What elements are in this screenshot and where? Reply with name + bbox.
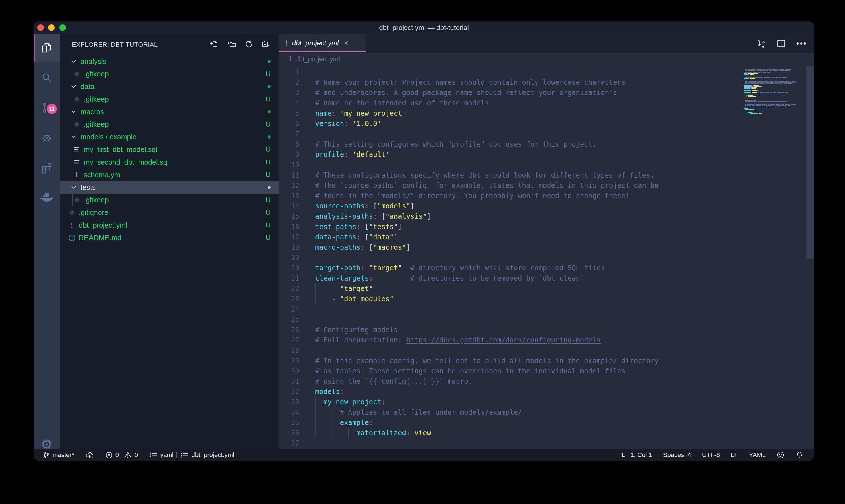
minimap-line [776,104,780,105]
minimap-line [751,92,751,93]
code-editor[interactable]: 1234567891011121314151617181920212223242… [279,65,814,449]
sidebar-item-docker[interactable] [34,184,59,212]
tree-item-label: data [80,83,94,91]
tree-item-tests[interactable]: tests [59,181,279,194]
minimap-line [748,73,758,74]
sidebar-item-debug[interactable] [34,124,59,152]
new-folder-icon[interactable] [227,39,236,49]
yml-file-icon: ! [72,170,81,179]
minimap-line [752,87,756,88]
minimap-line [747,96,747,97]
tree-item-label: my_second_dbt_model.sql [84,158,169,166]
tree-item--gitkeep[interactable]: .gitkeepU [59,194,279,206]
code-line-10 [315,160,659,170]
editor-scrollbar[interactable] [806,66,814,259]
feedback-smiley-icon[interactable] [776,451,785,459]
collapse-folders-icon[interactable] [261,39,271,49]
linter-status[interactable]: yaml | dbt_project.yml [149,451,234,459]
sidebar-item-explorer[interactable] [34,34,59,61]
code-content[interactable]: # Name your project! Project names shoul… [315,67,659,448]
code-line-31: # using the `{{ config(...) }}` macro. [315,376,659,386]
minimap-line [784,82,787,83]
chevron-down-icon [69,108,78,115]
new-file-icon[interactable] [210,39,219,49]
tree-item--gitkeep[interactable]: .gitkeepU [59,118,279,130]
minimap-line [749,107,751,107]
tree-item-schema-yml[interactable]: !schema.ymlU [59,168,279,181]
sync-changes-button[interactable] [85,451,94,459]
minimap-line [744,107,744,107]
code-line-26: # Configuring models [315,325,659,335]
minimap[interactable] [744,68,806,449]
minimap-line [766,92,769,93]
breadcrumb-file-label[interactable]: dbt_project.yml [295,55,340,63]
minimap-line [758,72,760,73]
minimap-line [744,81,744,82]
notifications-bell-icon[interactable] [795,451,804,459]
sidebar-item-extensions[interactable] [34,154,59,182]
minimap-line [762,107,763,107]
minimap-line [767,81,769,82]
code-line-6: version: '1.0.0' [315,119,659,129]
minimap-line [750,104,754,105]
minimap-line [786,81,789,82]
tree-item-macros[interactable]: macros [59,105,279,118]
cursor-position[interactable]: Ln 1, Col 1 [622,451,652,459]
git-branch-status[interactable]: master* [42,451,74,459]
minimap-line [769,83,774,84]
minimap-line [788,105,791,106]
tree-item-dbt-project-yml[interactable]: !dbt_project.ymlU [59,219,279,231]
source-control-badge: 11 [46,103,58,114]
minimap-line [748,70,755,71]
docker-icon [40,192,54,204]
tree-item-readme-md[interactable]: README.mdU [59,231,279,244]
close-tab-icon[interactable]: × [344,38,348,48]
indent-guide [315,284,316,304]
refresh-icon[interactable] [244,39,253,49]
minimap-line [778,70,780,71]
tree-item--gitkeep[interactable]: .gitkeepU [59,93,279,105]
tab-dbt-project-yml[interactable]: ! dbt_project.yml × [279,34,366,52]
tree-item-label: my_first_dbt_model.sql [84,145,157,154]
git-modified-dot-badge [268,136,271,139]
code-line-5: name: 'my_new_project' [315,108,659,119]
minimap-line [790,81,791,82]
tree-item-data[interactable]: data [59,80,279,93]
minimap-line [773,105,774,106]
minimap-line [784,105,787,106]
problems-status[interactable]: 0 0 [105,451,138,459]
tree-item-models-example[interactable]: models / example [59,130,279,143]
open-changes-icon[interactable] [756,38,766,49]
minimap-line [744,108,748,109]
minimap-line [784,83,787,84]
tree-item-analysis[interactable]: analysis [59,55,279,68]
encoding-setting[interactable]: UTF-8 [702,451,720,459]
minimap-line [776,94,777,94]
split-editor-icon[interactable] [776,38,786,49]
sidebar-item-search[interactable] [34,64,59,92]
minimap-line [744,69,744,70]
minimap-line [782,83,783,84]
minimap-line [764,77,770,78]
code-line-34: # Applies to all files under models/exam… [315,407,659,417]
minimap-line [761,72,762,73]
minimap-line [782,104,784,105]
minimap-line [760,94,767,94]
breadcrumb[interactable]: ! dbt_project.yml [279,53,814,65]
sidebar-item-source-control[interactable]: 11 [34,94,59,122]
tree-item--gitkeep[interactable]: .gitkeepU [59,68,279,80]
indentation-setting[interactable]: Spaces: 4 [663,451,691,459]
minimap-line [778,82,782,83]
code-line-28 [315,345,659,356]
eol-setting[interactable]: LF [731,451,738,459]
code-line-24 [315,304,659,314]
minimap-line [780,104,782,105]
tree-item--gitignore[interactable]: .gitignoreU [59,206,279,219]
tree-item-my-first-dbt-model-sql[interactable]: my_first_dbt_model.sqlU [59,143,279,156]
more-actions-icon[interactable]: ••• [796,39,807,48]
tree-item-my-second-dbt-model-sql[interactable]: my_second_dbt_model.sqlU [59,156,279,168]
language-mode[interactable]: YAML [749,451,766,459]
errors-icon [105,451,113,459]
minimap-line [752,94,753,94]
minimap-line [778,77,781,78]
